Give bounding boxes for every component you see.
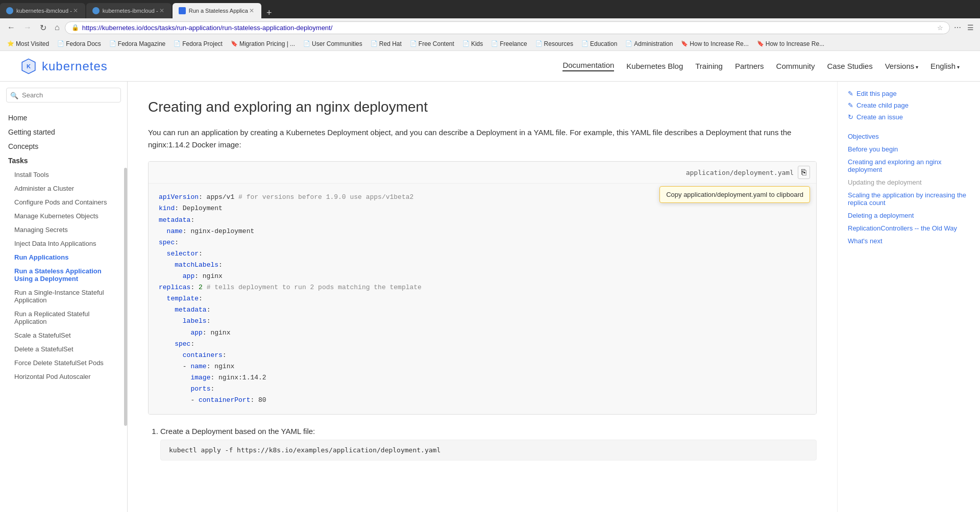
sidebar-item-delete-statefulset[interactable]: Delete a StatefulSet xyxy=(0,342,127,356)
sidebar-item-run-stateful[interactable]: Run a Single-Instance Stateful Applicati… xyxy=(0,286,127,307)
sidebar-item-run-replicated[interactable]: Run a Replicated Stateful Application xyxy=(0,307,127,328)
bookmark-freelance[interactable]: 📄 Freelance xyxy=(488,39,530,48)
bookmark-icon: 📄 xyxy=(535,40,543,47)
tab-2[interactable]: kubernetes-ibmcloud - ✕ xyxy=(86,3,172,18)
tab-1-favicon xyxy=(6,7,13,14)
browser-chrome: kubernetes-ibmcloud - ✕ kubernetes-ibmcl… xyxy=(0,0,980,51)
bookmark-icon: ⭐ xyxy=(7,40,14,47)
code-keyword: labels xyxy=(183,317,207,325)
bookmark-fedora-project[interactable]: 📄 Fedora Project xyxy=(170,39,226,48)
tab-3-close[interactable]: ✕ xyxy=(248,6,255,15)
bookmark-icon: 📄 xyxy=(303,40,310,47)
nav-versions[interactable]: Versions xyxy=(885,62,918,70)
bookmark-migration-pricing[interactable]: 🔖 Migration Pricing | ... xyxy=(228,39,298,48)
new-tab-button[interactable]: + xyxy=(262,8,276,18)
search-input[interactable] xyxy=(6,88,121,103)
code-keyword: name xyxy=(167,227,183,235)
sidebar-item-managing-secrets[interactable]: Managing Secrets xyxy=(0,223,127,237)
toc-whats-next[interactable]: What's next xyxy=(848,236,970,246)
sidebar-item-getting-started[interactable]: Getting started xyxy=(0,125,127,139)
toc-objectives[interactable]: Objectives xyxy=(848,131,970,142)
toc-deleting[interactable]: Deleting a deployment xyxy=(848,210,970,221)
bookmark-user-communities[interactable]: 📄 User Communities xyxy=(300,39,365,48)
sidebar-item-inject-data[interactable]: Inject Data Into Applications xyxy=(0,237,127,250)
bookmark-star-icon[interactable]: ☆ xyxy=(937,24,943,32)
code-keyword: app xyxy=(183,272,194,280)
bookmarks-bar: ⭐ Most Visited 📄 Fedora Docs 📄 Fedora Ma… xyxy=(0,37,980,51)
create-issue-link[interactable]: ↻ Create an issue xyxy=(848,113,970,121)
tab-1[interactable]: kubernetes-ibmcloud - ✕ xyxy=(0,3,85,18)
nav-partners[interactable]: Partners xyxy=(735,62,764,70)
create-child-page-link[interactable]: ✎ Create child page xyxy=(848,101,970,109)
bookmark-administration[interactable]: 📄 Administration xyxy=(622,39,676,48)
bookmark-free-content[interactable]: 📄 Free Content xyxy=(407,39,457,48)
code-keyword: spec xyxy=(159,239,175,246)
bookmark-fedora-magazine[interactable]: 📄 Fedora Magazine xyxy=(106,39,168,48)
bookmark-icon: 📄 xyxy=(462,40,470,47)
site-header: K kubernetes Documentation Kubernetes Bl… xyxy=(0,51,980,82)
bookmark-icon: 🔖 xyxy=(231,40,238,47)
sidebar-item-tasks[interactable]: Tasks xyxy=(0,153,127,168)
code-line: selector: xyxy=(159,248,806,260)
bookmark-resources[interactable]: 📄 Resources xyxy=(532,39,576,48)
forward-button[interactable]: → xyxy=(20,21,35,34)
tab-1-close[interactable]: ✕ xyxy=(72,6,79,15)
code-filename: application/deployment.yaml xyxy=(686,169,794,176)
nav-case-studies[interactable]: Case Studies xyxy=(827,62,872,70)
code-line: app: nginx xyxy=(159,271,806,282)
toc-creating-exploring[interactable]: Creating and exploring an nginx deployme… xyxy=(848,157,970,175)
list-item-1: Create a Deployment based on the YAML fi… xyxy=(160,427,817,460)
back-button[interactable]: ← xyxy=(4,21,18,34)
bookmark-how-to-increase-2[interactable]: 🔖 How to Increase Re... xyxy=(754,39,827,48)
reload-button[interactable]: ↻ xyxy=(37,21,50,35)
nav-documentation[interactable]: Documentation xyxy=(562,61,614,71)
site-navigation: Documentation Kubernetes Blog Training P… xyxy=(562,61,960,71)
sidebar-item-configure-pods[interactable]: Configure Pods and Containers xyxy=(0,195,127,209)
sidebar-item-home[interactable]: Home xyxy=(0,111,127,125)
sidebar-item-run-applications[interactable]: Run Applications xyxy=(0,250,127,264)
tab-2-close[interactable]: ✕ xyxy=(158,6,165,15)
sidebar-item-force-delete[interactable]: Force Delete StatefulSet Pods xyxy=(0,356,127,370)
nav-kubernetes-blog[interactable]: Kubernetes Blog xyxy=(626,62,683,70)
copy-to-clipboard-button[interactable]: ⎘ xyxy=(798,166,810,179)
search-icon: 🔍 xyxy=(10,91,18,99)
address-bar[interactable]: 🔒 https://kubernetes.io/docs/tasks/run-a… xyxy=(65,21,950,34)
bookmark-fedora-docs[interactable]: 📄 Fedora Docs xyxy=(54,39,104,48)
toc-before-begin[interactable]: Before you begin xyxy=(848,144,970,155)
nav-language[interactable]: English xyxy=(930,62,960,70)
code-keyword: kind xyxy=(159,204,175,212)
bookmark-red-hat[interactable]: 📄 Red Hat xyxy=(368,39,405,48)
bookmark-how-to-increase-1[interactable]: 🔖 How to Increase Re... xyxy=(678,39,751,48)
sidebar-item-run-stateless[interactable]: Run a Stateless Application Using a Depl… xyxy=(0,264,127,286)
code-comment: # tells deployment to run 2 pods matchin… xyxy=(207,284,422,291)
tab-1-title: kubernetes-ibmcloud - xyxy=(16,8,72,14)
edit-page-link[interactable]: ✎ Edit this page xyxy=(848,90,970,97)
sidebar-item-concepts[interactable]: Concepts xyxy=(0,139,127,153)
toc-replication-controllers[interactable]: ReplicationControllers -- the Old Way xyxy=(848,223,970,234)
code-line: labels: xyxy=(159,316,806,327)
sidebar-item-horizontal-pod[interactable]: Horizontal Pod Autoscaler xyxy=(0,370,127,383)
toc-updating[interactable]: Updating the deployment xyxy=(848,177,970,188)
tab-3[interactable]: Run a Stateless Applica ✕ xyxy=(173,3,261,18)
nav-training[interactable]: Training xyxy=(695,62,723,70)
bookmark-label: Resources xyxy=(544,40,573,47)
sidebar-item-manage-objects[interactable]: Manage Kubernetes Objects xyxy=(0,209,127,223)
sidebar-scrollbar[interactable] xyxy=(124,168,127,426)
extensions-button[interactable]: ⋯ xyxy=(952,21,963,34)
nav-community[interactable]: Community xyxy=(776,62,815,70)
bookmark-education[interactable]: 📄 Education xyxy=(578,39,620,48)
steps-list: Create a Deployment based on the YAML fi… xyxy=(148,427,817,460)
code-line: spec: xyxy=(159,237,806,248)
bookmark-label: Free Content xyxy=(419,40,454,47)
menu-button[interactable]: ☰ xyxy=(965,21,976,34)
sidebar-item-scale-statefulset[interactable]: Scale a StatefulSet xyxy=(0,328,127,342)
site-logo[interactable]: K kubernetes xyxy=(20,58,108,74)
bookmark-kids[interactable]: 📄 Kids xyxy=(459,39,486,48)
home-button[interactable]: ⌂ xyxy=(52,21,63,34)
sidebar-item-install-tools[interactable]: Install Tools xyxy=(0,168,127,182)
sidebar-item-administer-cluster[interactable]: Administer a Cluster xyxy=(0,182,127,195)
bookmark-icon: 📄 xyxy=(371,40,378,47)
toc-scaling[interactable]: Scaling the application by increasing th… xyxy=(848,190,970,208)
bookmark-most-visited[interactable]: ⭐ Most Visited xyxy=(4,39,52,48)
toc-sidebar: ✎ Edit this page ✎ Create child page ↻ C… xyxy=(837,82,980,512)
